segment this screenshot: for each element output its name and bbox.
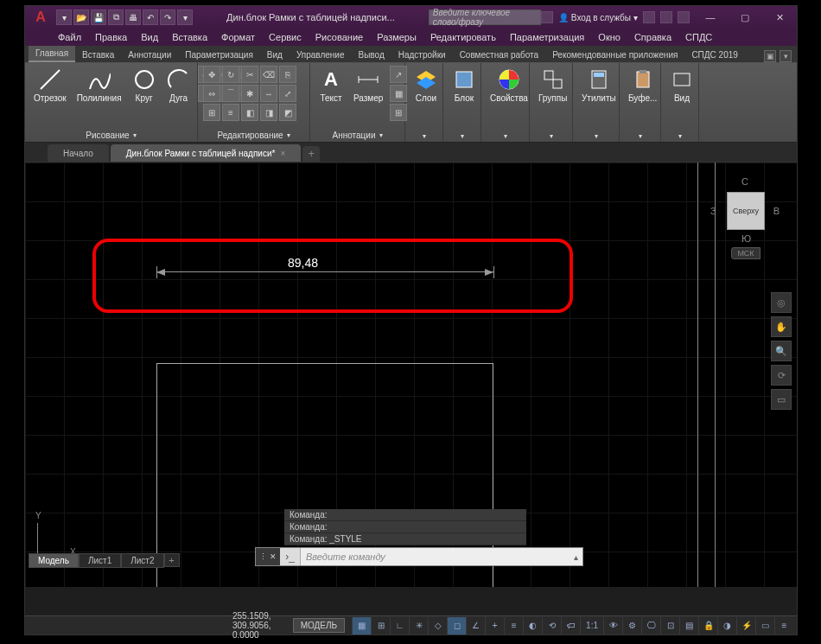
status-units-icon[interactable]: ⊡ (660, 617, 679, 634)
modify-scale[interactable]: ⤢ (279, 85, 296, 102)
modify-mirror[interactable]: ⇔ (203, 85, 220, 102)
menu-file[interactable]: Файл (51, 30, 88, 44)
status-annoscale-icon[interactable]: 🏷 (561, 617, 580, 634)
menu-edit[interactable]: Правка (88, 30, 134, 44)
viewcube-south[interactable]: Ю (741, 233, 751, 244)
status-hardware-icon[interactable]: ⚡ (736, 617, 755, 634)
doc-tab-add[interactable]: + (302, 146, 320, 162)
signin-button[interactable]: 👤 Вход в службы ▾ (558, 13, 638, 22)
nav-wheel-icon[interactable]: ◎ (771, 292, 792, 313)
ribbon-minimize-icon[interactable]: ▣ (764, 50, 776, 62)
app-store-icon[interactable] (660, 11, 672, 23)
chevron-down-icon[interactable]: ▾ (639, 132, 642, 140)
status-dyn-icon[interactable]: + (485, 617, 504, 634)
status-model-button[interactable]: МОДЕЛЬ (293, 618, 345, 633)
menu-dims[interactable]: Размеры (370, 30, 423, 44)
chevron-down-icon[interactable]: ▾ (678, 132, 682, 140)
tool-block[interactable]: Блок (449, 66, 480, 105)
modify-sm14[interactable]: ◨ (260, 104, 277, 121)
tool-line[interactable]: Отрезок (30, 66, 70, 105)
status-ws-icon[interactable]: ⚙ (622, 617, 641, 634)
viewcube-east[interactable]: В (773, 206, 780, 216)
menu-view[interactable]: Вид (134, 30, 165, 44)
ribbon-tab-param[interactable]: Параметризация (178, 48, 260, 62)
status-qprops-icon[interactable]: ▤ (679, 617, 698, 634)
tool-circle[interactable]: Круг (129, 66, 160, 105)
command-line[interactable]: ⋮ ✕ ›_ Введите команду ▴ (255, 547, 583, 566)
status-coordinates[interactable]: 255.1509, 309.9056, 0.0000 (224, 611, 290, 640)
status-polar-icon[interactable]: ✳ (409, 617, 428, 634)
tool-properties[interactable]: Свойства (487, 66, 531, 105)
layout-tab-sheet1[interactable]: Лист1 (79, 553, 121, 568)
layout-tab-model[interactable]: Модель (29, 553, 79, 568)
infocenter-icon[interactable] (541, 11, 553, 23)
modify-trim[interactable]: ✂ (241, 66, 258, 83)
modify-sm13[interactable]: ◧ (241, 104, 258, 121)
layout-tab-add[interactable]: + (164, 553, 180, 567)
menu-window[interactable]: Окно (591, 30, 627, 44)
tool-polyline[interactable]: Полилиния (73, 66, 125, 105)
status-cycle-icon[interactable]: ⟲ (542, 617, 561, 634)
qat-undo-icon[interactable]: ↶ (143, 10, 158, 25)
status-snap-icon[interactable]: ⊞ (371, 617, 390, 634)
status-iso-icon[interactable]: ◇ (428, 617, 447, 634)
menu-tools[interactable]: Сервис (262, 30, 309, 44)
chevron-down-icon[interactable]: ▾ (287, 131, 290, 139)
chevron-down-icon[interactable]: ▾ (595, 132, 598, 140)
status-clean-icon[interactable]: ▭ (755, 617, 774, 634)
ribbon-tab-view[interactable]: Вид (260, 48, 290, 62)
help-search-input[interactable]: Введите ключевое слово/фразу (429, 10, 541, 25)
modify-stretch[interactable]: ↔ (260, 85, 277, 102)
ribbon-collapse-icon[interactable]: ▾ (780, 50, 792, 62)
chevron-down-icon[interactable]: ▾ (423, 132, 426, 140)
qat-saveas-icon[interactable]: ⧉ (108, 10, 124, 25)
viewcube-west[interactable]: З (710, 206, 716, 216)
modify-copy[interactable]: ⎘ (279, 66, 296, 83)
modify-offset[interactable]: ≡ (222, 104, 239, 121)
status-ortho-icon[interactable]: ∟ (390, 617, 409, 634)
modify-erase[interactable]: ⌫ (260, 66, 277, 83)
doc-tab-start[interactable]: Начало (48, 144, 109, 162)
status-osnap-icon[interactable]: ◻ (447, 617, 466, 634)
chevron-down-icon[interactable]: ▾ (504, 132, 507, 140)
cmd-history-toggle-icon[interactable]: ▴ (569, 552, 582, 562)
modify-rotate[interactable]: ↻ (222, 66, 239, 83)
tool-clipboard[interactable]: Буфе... (625, 66, 660, 105)
ribbon-tab-home[interactable]: Главная (29, 46, 75, 62)
qat-redo-icon[interactable]: ↷ (160, 10, 175, 25)
status-monitor-icon[interactable]: 🖵 (641, 617, 660, 634)
menu-help[interactable]: Справка (627, 30, 678, 44)
modify-sm15[interactable]: ◩ (279, 104, 296, 121)
tool-text[interactable]: A Текст (315, 66, 347, 105)
ribbon-tab-collab[interactable]: Совместная работа (453, 48, 546, 62)
viewcube-top-face[interactable]: Сверху (727, 192, 765, 230)
ribbon-tab-manage[interactable]: Управление (290, 48, 352, 62)
menu-spds[interactable]: СПДС (678, 30, 719, 44)
ribbon-tab-featured[interactable]: Рекомендованные приложения (545, 48, 684, 62)
status-annovis-icon[interactable]: 👁 (603, 617, 622, 634)
status-grid-icon[interactable]: ▦ (352, 617, 371, 634)
tool-dimension[interactable]: Размер (350, 66, 386, 105)
viewcube-north[interactable]: С (741, 176, 748, 187)
menu-param[interactable]: Параметризация (503, 30, 591, 44)
modify-array[interactable]: ⊞ (203, 104, 220, 121)
qat-more-icon[interactable]: ▾ (177, 10, 193, 25)
chevron-down-icon[interactable]: ▾ (133, 131, 137, 139)
chevron-down-icon[interactable]: ▾ (379, 131, 383, 139)
nav-pan-icon[interactable]: ✋ (771, 316, 792, 337)
tool-groups[interactable]: Группы (535, 66, 570, 105)
status-custom-icon[interactable]: ≡ (774, 617, 793, 634)
qat-new-icon[interactable]: ▾ (56, 10, 72, 25)
nav-zoom-icon[interactable]: 🔍 (771, 341, 792, 361)
menu-insert[interactable]: Вставка (165, 30, 214, 44)
help-icon[interactable] (678, 11, 690, 23)
status-scale[interactable]: 1:1 (580, 617, 603, 634)
status-lock-icon[interactable]: 🔒 (698, 617, 717, 634)
tool-utilities[interactable]: Утилиты (578, 66, 620, 105)
chevron-down-icon[interactable]: ▾ (461, 132, 464, 140)
qat-plot-icon[interactable]: 🖶 (125, 10, 141, 25)
status-isolate-icon[interactable]: ◑ (717, 617, 736, 634)
drawing-canvas[interactable]: 89,48 Y X С Ю В З Сверху МСК ◎ ✋ 🔍 ⟳ ▭ К… (25, 162, 797, 587)
ribbon-tab-annotate[interactable]: Аннотации (121, 48, 178, 62)
view-cube[interactable]: С Ю В З Сверху МСК (707, 176, 785, 271)
